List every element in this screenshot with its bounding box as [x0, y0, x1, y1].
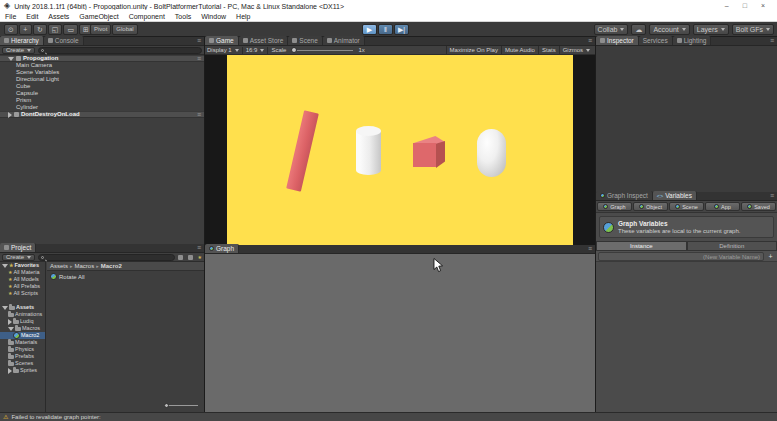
scene-row-propogation[interactable]: Propogation≡ [0, 55, 204, 62]
folder-sprites[interactable]: Sprites [0, 367, 45, 374]
tab-variables[interactable]: <>Variables [653, 191, 697, 200]
hierarchy-item-cube[interactable]: Cube [0, 83, 204, 90]
subtab-definition[interactable]: Definition [687, 241, 777, 251]
folder-physics[interactable]: Physics [0, 346, 45, 353]
layout-dropdown[interactable]: Bolt GFs [732, 24, 774, 35]
foldout-closed-icon[interactable] [8, 319, 12, 325]
tab-game[interactable]: Game [205, 36, 239, 45]
folder-scenes[interactable]: Scenes [0, 360, 45, 367]
collab-button[interactable]: Collab [594, 24, 629, 35]
scene-menu-icon[interactable]: ≡ [197, 54, 204, 63]
folder-prefabs[interactable]: Prefabs [0, 353, 45, 360]
step-button[interactable]: ▶| [394, 24, 409, 35]
menu-gameobject[interactable]: GameObject [79, 13, 118, 20]
move-tool-icon[interactable]: + [19, 24, 32, 35]
hierarchy-item-cylinder[interactable]: Cylinder [0, 104, 204, 111]
play-button[interactable]: ▶ [362, 24, 377, 35]
display-dropdown[interactable]: Display 1 [207, 47, 239, 53]
graph-canvas[interactable] [205, 254, 595, 412]
menu-tools[interactable]: Tools [175, 13, 191, 20]
menu-window[interactable]: Window [201, 13, 226, 20]
add-variable-button[interactable]: + [764, 253, 777, 260]
tab-animator[interactable]: Animator [323, 36, 365, 45]
scale-tool-icon[interactable]: ◱ [48, 24, 63, 35]
panel-menu-icon[interactable]: ≡ [588, 36, 595, 45]
folder-macros[interactable]: Macros [0, 325, 45, 332]
scene-menu-icon[interactable]: ≡ [197, 110, 204, 119]
foldout-open-icon[interactable] [2, 306, 8, 310]
panel-menu-icon[interactable]: ≡ [588, 244, 595, 253]
tab-asset-store[interactable]: Asset Store [239, 36, 289, 45]
folder-materials[interactable]: Materials [0, 339, 45, 346]
layers-dropdown[interactable]: Layers [693, 24, 729, 35]
minimize-button[interactable]: – [725, 1, 729, 11]
folder-animations[interactable]: Animations [0, 311, 45, 318]
scene-row-dontdestroyonload[interactable]: DontDestroyOnLoad≡ [0, 111, 204, 118]
cloud-icon[interactable]: ☁ [631, 24, 646, 35]
tab-inspector[interactable]: Inspector [596, 36, 639, 45]
project-search-input[interactable] [38, 254, 175, 261]
tab-console[interactable]: Console [44, 36, 84, 45]
tab-hierarchy[interactable]: Hierarchy [0, 36, 44, 45]
hierarchy-item-capsule[interactable]: Capsule [0, 90, 204, 97]
scene-variables-button[interactable]: Scene [669, 202, 704, 211]
menu-file[interactable]: File [5, 13, 16, 20]
account-dropdown[interactable]: Account [649, 24, 689, 35]
menu-assets[interactable]: Assets [48, 13, 69, 20]
menu-component[interactable]: Component [129, 13, 165, 20]
pivot-button[interactable]: Pivot [90, 24, 111, 35]
hierarchy-item-directional-light[interactable]: Directional Light [0, 76, 204, 83]
tab-services[interactable]: Services [639, 36, 673, 45]
mute-audio-toggle[interactable]: Mute Audio [501, 46, 538, 55]
favorites-header[interactable]: ★Favorites [0, 262, 45, 269]
stats-toggle[interactable]: Stats [538, 46, 559, 55]
foldout-closed-icon[interactable] [8, 112, 12, 118]
menu-edit[interactable]: Edit [26, 13, 38, 20]
hierarchy-item-prism[interactable]: Prism [0, 97, 204, 104]
status-bar[interactable]: ⚠ Failed to revalidate graph pointer: [0, 412, 777, 421]
breadcrumb-macro2[interactable]: Macro2 [101, 263, 122, 269]
global-button[interactable]: Global [112, 24, 137, 35]
graph-variables-button[interactable]: Graph [597, 202, 632, 211]
panel-menu-icon[interactable]: ≡ [197, 36, 204, 45]
hierarchy-search-input[interactable] [38, 47, 202, 54]
saved-variables-button[interactable]: Saved [741, 202, 776, 211]
foldout-open-icon[interactable] [8, 327, 14, 331]
breadcrumb-assets[interactable]: Assets [50, 263, 68, 269]
panel-menu-icon[interactable]: ≡ [770, 191, 777, 200]
tab-project[interactable]: Project [0, 243, 36, 252]
subtab-instance[interactable]: Instance [596, 241, 687, 251]
project-create-button[interactable]: Create [2, 254, 35, 261]
hierarchy-create-button[interactable]: Create [2, 47, 35, 54]
app-variables-button[interactable]: App [705, 202, 740, 211]
aspect-dropdown[interactable]: 16:9 [246, 47, 265, 53]
breadcrumb-macros[interactable]: Macros [75, 263, 95, 269]
gizmos-dropdown[interactable]: Gizmos [559, 46, 593, 55]
assets-root[interactable]: Assets [0, 304, 45, 311]
object-variables-button[interactable]: Object [633, 202, 668, 211]
foldout-open-icon[interactable] [8, 57, 14, 61]
tab-scene[interactable]: Scene [288, 36, 322, 45]
foldout-open-icon[interactable] [2, 264, 8, 268]
asset-rotate-all[interactable]: Rotate All [47, 271, 204, 282]
pause-button[interactable]: ‖ [378, 24, 393, 35]
panel-menu-icon[interactable]: ≡ [197, 243, 204, 252]
panel-menu-icon[interactable]: ≡ [770, 36, 777, 45]
folder-ludiq[interactable]: Ludiq [0, 318, 45, 325]
tab-lighting[interactable]: Lighting [673, 36, 712, 45]
search-by-type-icon[interactable] [178, 255, 183, 260]
scale-slider[interactable] [291, 50, 353, 51]
tab-graph-inspector[interactable]: Graph Inspect [596, 191, 653, 200]
thumbnail-size-slider[interactable] [164, 403, 198, 408]
favorite-all-materials[interactable]: ★All Materia [0, 269, 45, 276]
hierarchy-item-scene-variables[interactable]: Scene Variables [0, 69, 204, 76]
asset-macro2-selected[interactable]: Macro2 [0, 332, 45, 339]
maximize-button[interactable]: □ [743, 1, 747, 11]
favorite-all-models[interactable]: ★All Models [0, 276, 45, 283]
scale-slider-thumb[interactable] [291, 47, 297, 53]
search-by-label-icon[interactable] [188, 255, 193, 260]
foldout-closed-icon[interactable] [8, 368, 12, 374]
favorite-all-prefabs[interactable]: ★All Prefabs [0, 283, 45, 290]
menu-help[interactable]: Help [236, 13, 250, 20]
rect-tool-icon[interactable]: ▭ [63, 24, 78, 35]
